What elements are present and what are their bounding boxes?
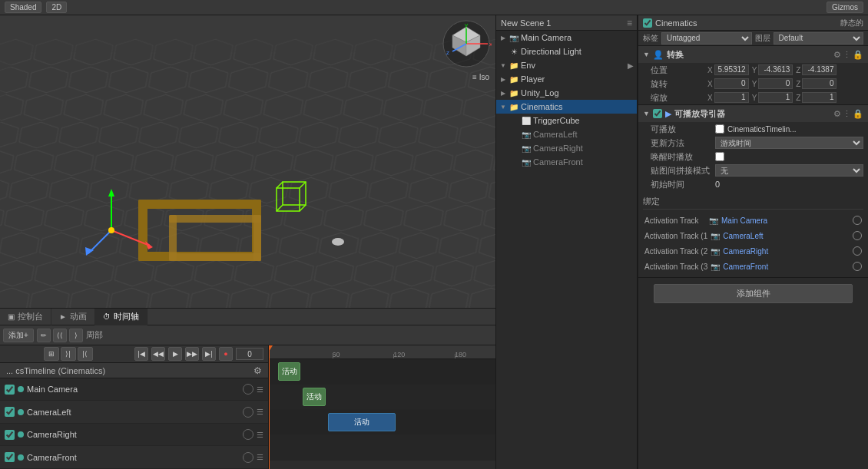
track-checkbox-camera-left[interactable]: [5, 407, 15, 417]
tag-dropdown[interactable]: Untagged: [661, 32, 752, 45]
timeline-playhead[interactable]: [269, 345, 270, 469]
tab-timeline[interactable]: ⏱ 时间轴: [95, 309, 147, 325]
on-awake-row: 唤醒时播放: [638, 150, 868, 163]
tool-snap-btn[interactable]: ⊞: [44, 347, 59, 361]
binding-cam-name-3[interactable]: CameraFront: [723, 263, 850, 271]
playable-director-header[interactable]: ▼ ▶ 可播放导引器 ⚙ ⋮ 🔒: [638, 105, 868, 122]
transform-lock-icon[interactable]: 🔒: [853, 50, 863, 60]
binding-dot-2: [853, 246, 862, 256]
left-panels: x y z ≡ Iso ▣ 控制台 ► 动画 ⏱: [0, 15, 495, 469]
play-prev-btn[interactable]: ◀◀: [151, 347, 165, 361]
frame-input[interactable]: [236, 348, 263, 360]
add-button[interactable]: 添加+: [3, 329, 34, 342]
add-component-button[interactable]: 添加组件: [654, 284, 853, 303]
transform-menu-icon[interactable]: ⋮: [843, 50, 851, 60]
tool-pencil-btn[interactable]: ✏: [37, 329, 51, 342]
track-checkbox-main-camera[interactable]: [5, 385, 15, 395]
gizmos-btn[interactable]: Gizmos: [827, 2, 863, 13]
rot-x-axis: X: [707, 80, 713, 88]
playable-lock-icon[interactable]: 🔒: [853, 109, 863, 119]
layer-dropdown[interactable]: Default: [774, 32, 864, 45]
playable-script-checkbox[interactable]: [715, 124, 724, 134]
init-time-label: 初始时间: [651, 179, 712, 190]
transform-section-header[interactable]: ▼ 👤 转换 ⚙ ⋮ 🔒: [638, 46, 868, 63]
play-start-btn[interactable]: |◀: [134, 347, 148, 361]
track-menu-main-camera[interactable]: ☰: [257, 385, 263, 394]
binding-cam-icon-0: 📷: [709, 216, 718, 225]
playable-settings-icon[interactable]: ⚙: [833, 109, 841, 119]
shading-dropdown[interactable]: Shaded: [5, 2, 41, 13]
pos-x-axis: X: [707, 66, 713, 74]
scl-y-val[interactable]: 1: [758, 92, 793, 103]
scl-x-val[interactable]: 1: [714, 92, 749, 103]
scl-z-val[interactable]: 1: [802, 92, 837, 103]
track-menu-camera-front[interactable]: ☰: [257, 453, 263, 461]
tool-next-btn[interactable]: ⟩: [69, 329, 83, 342]
wrap-mode-dropdown[interactable]: 无: [715, 164, 863, 177]
clip-camera-left[interactable]: 活动: [303, 388, 326, 406]
playable-checkbox[interactable]: [653, 109, 662, 118]
track-item-camera-front[interactable]: CameraFront ☰: [0, 446, 268, 469]
rot-z-val[interactable]: 0: [802, 78, 837, 89]
timeline-settings-btn[interactable]: ⚙: [253, 365, 262, 376]
layer-label: 图层: [755, 33, 770, 44]
hierarchy-item-camera-right[interactable]: 📷 CameraRight: [496, 141, 637, 155]
inspector-tag-row: 标签 Untagged 图层 Default: [638, 31, 868, 46]
track-item-camera-right[interactable]: CameraRight ☰: [0, 424, 268, 447]
binding-cam-name-0[interactable]: Main Camera: [721, 216, 850, 225]
binding-cam-name-2[interactable]: CameraRight: [723, 247, 850, 256]
hierarchy-menu-icon[interactable]: ≡: [627, 18, 632, 28]
env-arrow: ▶: [628, 61, 634, 70]
track-menu-camera-left[interactable]: ☰: [257, 408, 263, 416]
playable-menu-icon[interactable]: ⋮: [843, 109, 851, 119]
hierarchy-item-trigger-cube[interactable]: ⬜ TriggerCube: [496, 114, 637, 127]
pos-z-val[interactable]: -4.1387: [802, 64, 837, 75]
iso-label[interactable]: ≡ Iso: [472, 73, 489, 81]
play-btn[interactable]: ▶: [168, 347, 182, 361]
track-item-camera-left[interactable]: CameraLeft ☰: [0, 401, 268, 424]
hierarchy-item-camera-front[interactable]: 📷 CameraFront: [496, 155, 637, 169]
clip-camera-right[interactable]: 活动: [328, 413, 396, 431]
update-method-dropdown[interactable]: 游戏时间: [715, 137, 863, 149]
transform-arrow: ▼: [643, 51, 650, 58]
pos-x-val[interactable]: 5.95312: [714, 64, 749, 75]
play-next-btn[interactable]: ▶▶: [185, 347, 199, 361]
hierarchy-item-unity-log[interactable]: ▶ 📁 Unity_Log: [496, 86, 637, 100]
transform-settings-icon[interactable]: ⚙: [833, 50, 841, 60]
init-time-val[interactable]: 0: [715, 180, 863, 189]
hierarchy-item-env[interactable]: ▼ 📁 Env ▶: [496, 58, 637, 72]
tab-console[interactable]: ▣ 控制台: [0, 309, 51, 325]
orientation-gizmo[interactable]: x y z: [442, 19, 492, 69]
inspector-header: Cinematics 静态的: [638, 15, 868, 31]
tab-animation[interactable]: ► 动画: [51, 309, 95, 325]
play-end-btn[interactable]: ▶|: [202, 347, 216, 361]
track-item-main-camera[interactable]: Main Camera ☰: [0, 378, 268, 401]
playable-title: 可播放导引器: [674, 108, 830, 120]
rot-y-val[interactable]: 0: [758, 78, 793, 89]
playable-director-section: ▼ ▶ 可播放导引器 ⚙ ⋮ 🔒 可播放 CinematicsTimelin..…: [638, 105, 868, 278]
track-checkbox-camera-front[interactable]: [5, 452, 15, 462]
panel-label: 周部: [86, 329, 103, 341]
timeline-controls-header: 添加+ ✏ ⟨⟨ ⟩ 周部: [0, 325, 495, 345]
hierarchy-item-player[interactable]: ▶ 📁 Player: [496, 72, 637, 86]
rotation-values: X 0 Y 0 Z 0: [707, 78, 863, 89]
hierarchy-item-cinematics[interactable]: ▼ 📁 Cinematics: [496, 100, 637, 114]
binding-cam-name-1[interactable]: CameraLeft: [723, 232, 850, 240]
hierarchy-item-directional-light[interactable]: ☀ Directional Light: [496, 45, 637, 58]
binding-track-3: Activation Track (3: [644, 263, 707, 271]
on-awake-checkbox[interactable]: [715, 152, 724, 161]
binding-dot-0: [853, 216, 862, 225]
record-btn[interactable]: ●: [219, 347, 233, 361]
track-checkbox-camera-right[interactable]: [5, 430, 15, 440]
pos-y-val[interactable]: -4.3613: [758, 64, 793, 75]
inspector-active-checkbox[interactable]: [643, 18, 652, 28]
track-menu-camera-right[interactable]: ☰: [257, 431, 263, 439]
clip-main-camera[interactable]: 活动: [278, 362, 301, 381]
tool-prev-btn[interactable]: ⟨⟨: [53, 329, 67, 342]
hierarchy-item-camera-left[interactable]: 📷 CameraLeft: [496, 127, 637, 141]
rot-x-val[interactable]: 0: [714, 78, 749, 89]
hierarchy-item-main-camera[interactable]: ▶ 📷 Main Camera: [496, 31, 637, 45]
tool-lock-btn[interactable]: |⟨: [78, 347, 93, 361]
mode-btn[interactable]: 2D: [46, 2, 67, 13]
tool-ripple-btn[interactable]: ⟩|: [61, 347, 76, 361]
